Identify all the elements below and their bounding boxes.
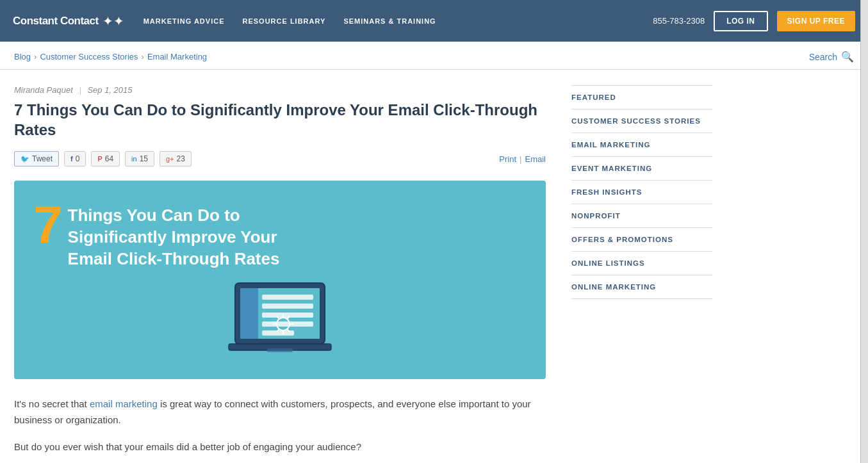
facebook-share-button[interactable]: f 0 (64, 151, 86, 167)
phone-number: 855-783-2308 (653, 16, 705, 26)
sidebar-item-nonprofit[interactable]: NONPROFIT (571, 204, 712, 228)
nav-right: 855-783-2308 LOG IN SIGN UP FREE (653, 11, 855, 31)
linkedin-share-button[interactable]: in 15 (125, 151, 154, 167)
breadcrumb-bar: Blog › Customer Success Stories › Email … (0, 42, 868, 70)
page-scrollbar[interactable] (860, 0, 868, 463)
facebook-icon: f (70, 155, 73, 163)
logo-text: Constant Contact (13, 15, 99, 28)
article-author: Miranda Paquet (14, 85, 73, 95)
sidebar-item-online-listings[interactable]: ONLINE LISTINGS (571, 252, 712, 275)
sidebar-item-offers-promotions[interactable]: OFFERS & PROMOTIONS (571, 228, 712, 252)
breadcrumb-blog[interactable]: Blog (14, 52, 31, 61)
meta-sep: | (79, 85, 81, 95)
signup-button[interactable]: SIGN UP FREE (777, 11, 855, 31)
article-date: Sep 1, 2015 (87, 85, 132, 95)
gplus-count: 23 (177, 154, 185, 163)
article-body: It's no secret that email marketing is g… (14, 396, 546, 455)
body-paragraph-2: But do you ever wish that your emails di… (14, 439, 546, 455)
email-marketing-link[interactable]: email marketing (90, 398, 158, 409)
svg-rect-3 (262, 295, 313, 300)
article-meta: Miranda Paquet | Sep 1, 2015 (14, 85, 546, 95)
nav-resource-library[interactable]: RESOURCE LIBRARY (243, 17, 326, 25)
facebook-count: 0 (76, 154, 80, 163)
laptop-illustration (33, 277, 527, 366)
login-button[interactable]: LOG IN (714, 11, 767, 31)
nav-marketing-advice[interactable]: MARKETING ADVICE (143, 17, 225, 25)
sidebar-item-fresh-insights[interactable]: FRESH INSIGHTS (571, 181, 712, 204)
hero-title-text: Things You Can Do to Significantly Impro… (68, 205, 324, 270)
sidebar: FEATURED CUSTOMER SUCCESS STORIES EMAIL … (571, 85, 712, 463)
breadcrumb-customer-success[interactable]: Customer Success Stories (40, 52, 138, 61)
pipe-sep: | (520, 154, 521, 164)
gplus-share-button[interactable]: g+ 23 (160, 151, 192, 167)
logo-icon: ✦✦ (102, 13, 124, 29)
hero-image: 7 Things You Can Do to Significantly Imp… (14, 181, 546, 378)
hero-headline: 7 Things You Can Do to Significantly Imp… (33, 199, 527, 270)
linkedin-count: 15 (140, 154, 148, 163)
pinterest-share-button[interactable]: P 64 (91, 151, 120, 167)
sidebar-item-email-marketing[interactable]: EMAIL MARKETING (571, 133, 712, 157)
tweet-label: Tweet (32, 154, 53, 163)
nav-links: MARKETING ADVICE RESOURCE LIBRARY SEMINA… (143, 17, 653, 25)
twitter-share-button[interactable]: 🐦 Tweet (14, 151, 59, 167)
svg-rect-5 (262, 313, 313, 318)
search-label: Search (809, 52, 837, 62)
top-navigation: Constant Contact ✦✦ MARKETING ADVICE RES… (0, 0, 868, 42)
main-container: Miranda Paquet | Sep 1, 2015 7 Things Yo… (0, 70, 868, 463)
sidebar-item-event-marketing[interactable]: EVENT MARKETING (571, 157, 712, 181)
nav-seminars-training[interactable]: SEMINARS & TRAINING (343, 17, 436, 25)
print-link[interactable]: Print (499, 154, 516, 164)
svg-rect-4 (262, 304, 313, 309)
breadcrumb-sep-2: › (142, 52, 144, 61)
sidebar-item-featured[interactable]: FEATURED (571, 85, 712, 110)
breadcrumb-sep-1: › (34, 52, 37, 61)
body-paragraph-1: It's no secret that email marketing is g… (14, 396, 546, 428)
gplus-icon: g+ (166, 155, 174, 163)
laptop-svg (216, 277, 344, 366)
pinterest-icon: P (97, 155, 102, 163)
body-p1-pre: It's no secret that (14, 398, 90, 409)
article-title: 7 Things You Can Do to Significantly Imp… (14, 100, 546, 140)
print-email-links: Print | Email (499, 154, 546, 164)
breadcrumb: Blog › Customer Success Stories › Email … (14, 52, 207, 61)
search-icon: 🔍 (841, 51, 854, 63)
search-area[interactable]: Search 🔍 (809, 51, 854, 63)
linkedin-icon: in (131, 155, 137, 163)
twitter-icon: 🐦 (20, 155, 29, 163)
pinterest-count: 64 (105, 154, 113, 163)
hero-number: 7 (33, 199, 63, 251)
svg-rect-18 (267, 348, 293, 352)
social-share-bar: 🐦 Tweet f 0 P 64 in 15 g+ 23 Print | (14, 151, 546, 167)
article-area: Miranda Paquet | Sep 1, 2015 7 Things Yo… (14, 85, 571, 463)
svg-rect-2 (240, 288, 258, 339)
logo-area[interactable]: Constant Contact ✦✦ (13, 13, 124, 29)
breadcrumb-email-marketing[interactable]: Email Marketing (147, 52, 207, 61)
sidebar-item-online-marketing[interactable]: ONLINE MARKETING (571, 275, 712, 299)
email-link[interactable]: Email (525, 154, 546, 164)
svg-rect-6 (262, 321, 313, 327)
sidebar-item-customer-success[interactable]: CUSTOMER SUCCESS STORIES (571, 110, 712, 133)
